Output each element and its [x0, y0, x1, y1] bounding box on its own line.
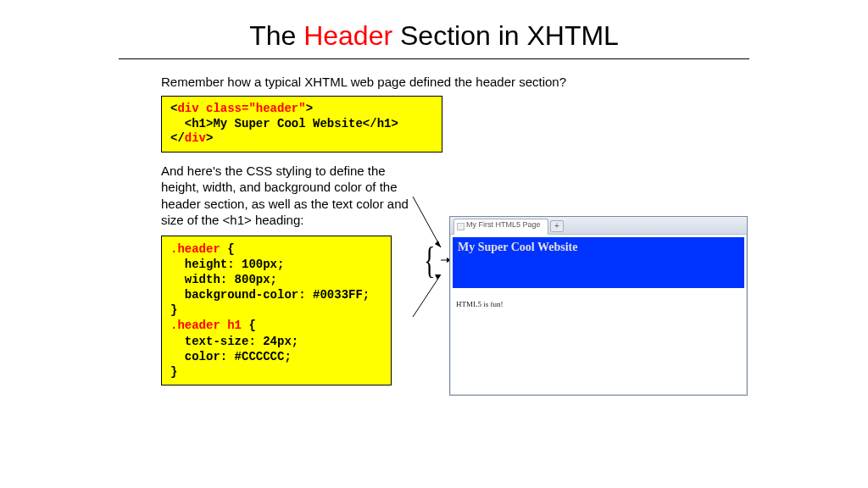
slide: The Header Section in XHTML Remember how…: [0, 20, 868, 488]
browser-chrome: My First HTML5 Page +: [450, 217, 747, 235]
browser-mock: My First HTML5 Page + My Super Cool Webs…: [449, 216, 748, 396]
new-tab-button: +: [550, 220, 564, 232]
page-header: My Super Cool Website: [453, 237, 744, 288]
svg-marker-1: [435, 241, 441, 247]
svg-line-0: [413, 197, 441, 247]
browser-page: My Super Cool Website HTML5 is fun!: [450, 235, 747, 323]
page-header-title: My Super Cool Website: [458, 241, 739, 254]
browser-tab: My First HTML5 Page: [453, 219, 548, 235]
svg-line-2: [413, 274, 441, 317]
svg-marker-3: [435, 274, 441, 280]
page-body-text: HTML5 is fun!: [456, 300, 741, 308]
